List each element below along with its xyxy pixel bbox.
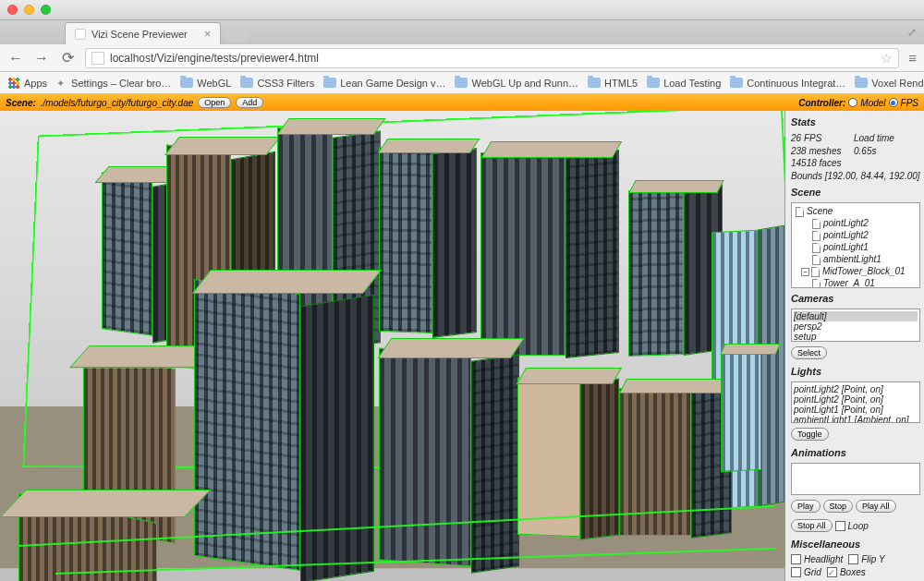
controller-model-label: Model xyxy=(860,98,885,108)
playall-button[interactable]: Play All xyxy=(856,500,896,513)
flipy-checkbox[interactable]: Flip Y xyxy=(848,554,884,564)
open-button[interactable]: Open xyxy=(198,97,231,108)
bookmark-css3[interactable]: CSS3 Filters xyxy=(240,78,314,89)
bookmark-voxel[interactable]: Voxel Rendering xyxy=(855,78,924,89)
checkbox-icon xyxy=(835,521,845,531)
misc-heading: Miscellaneous xyxy=(791,539,920,550)
stop-button[interactable]: Stop xyxy=(823,500,854,513)
forward-button[interactable]: → xyxy=(33,50,50,67)
stats-loadtime-label: Load time xyxy=(854,132,894,145)
bookmark-load[interactable]: Load Testing xyxy=(647,78,721,89)
checkbox-icon xyxy=(791,554,801,564)
document-icon xyxy=(812,219,821,229)
add-button[interactable]: Add xyxy=(236,97,263,108)
page-icon xyxy=(91,52,104,65)
tree-node[interactable]: Tower_A_01 xyxy=(794,277,918,288)
folder-icon xyxy=(240,78,253,88)
collapse-icon[interactable]: − xyxy=(801,268,809,276)
mac-titlebar xyxy=(0,0,924,20)
select-camera-button[interactable]: Select xyxy=(791,346,827,359)
bookmark-ci[interactable]: Continuous Integrat… xyxy=(730,78,845,89)
checkbox-icon xyxy=(848,554,858,564)
toggle-light-button[interactable]: Toggle xyxy=(791,428,829,441)
bookmark-lean[interactable]: Lean Game Design v… xyxy=(323,78,445,89)
browser-tab[interactable]: Vizi Scene Previewer × xyxy=(65,22,221,44)
tree-node[interactable]: ambientLight1 xyxy=(794,253,918,265)
bookmark-settings[interactable]: ✦Settings – Clear bro… xyxy=(56,78,171,89)
document-icon xyxy=(812,231,821,241)
fullscreen-icon[interactable]: ⤢ xyxy=(907,26,917,39)
minimize-window-icon[interactable] xyxy=(24,5,34,15)
browser-menu-icon[interactable]: ≡ xyxy=(908,50,917,66)
main-content: Stats 26 FPSLoad time 238 meshes0.65s 14… xyxy=(0,111,924,581)
scene-label: Scene: xyxy=(6,98,36,108)
folder-icon xyxy=(855,78,868,88)
tree-node[interactable]: pointLight2 xyxy=(794,229,918,241)
loop-checkbox[interactable]: Loop xyxy=(835,519,869,532)
camera-item[interactable]: persp2 xyxy=(794,321,918,332)
browser-toolbar: ← → ⟳ localhost/Vizi/engine/tests/previe… xyxy=(0,44,924,72)
cameras-list[interactable]: [default] persp2 setup xyxy=(791,309,920,343)
stopall-button[interactable]: Stop All xyxy=(791,519,833,532)
traffic-lights xyxy=(7,5,51,15)
inspector-panel: Stats 26 FPSLoad time 238 meshes0.65s 14… xyxy=(785,111,924,581)
tab-close-icon[interactable]: × xyxy=(204,27,212,41)
scene-toolbar: Scene: ./models/futurgo_city/futurgo_cit… xyxy=(0,94,924,111)
light-item[interactable]: pointLight2 [Point, on] xyxy=(794,384,918,394)
camera-item[interactable]: [default] xyxy=(794,311,918,321)
tab-title: Vizi Scene Previewer xyxy=(91,29,188,40)
grid-checkbox[interactable]: Grid xyxy=(791,567,821,577)
cameras-heading: Cameras xyxy=(791,293,920,304)
address-bar[interactable]: localhost/Vizi/engine/tests/previewer4.h… xyxy=(85,48,899,68)
document-icon xyxy=(812,243,821,253)
tree-node[interactable]: −MidTower_Block_01 xyxy=(794,265,918,277)
zoom-window-icon[interactable] xyxy=(41,5,51,15)
controller-label: Controller: xyxy=(798,98,845,108)
tree-node[interactable]: pointLight1 xyxy=(794,241,918,253)
camera-item[interactable]: setup xyxy=(794,332,918,342)
apps-icon xyxy=(7,77,20,90)
scene-tree[interactable]: Scene pointLight2 pointLight2 pointLight… xyxy=(791,202,920,288)
document-icon xyxy=(812,255,821,265)
browser-tabstrip: Vizi Scene Previewer × ⤢ xyxy=(0,20,924,44)
close-window-icon[interactable] xyxy=(7,5,18,15)
animations-list[interactable] xyxy=(791,463,920,495)
folder-icon xyxy=(323,78,336,88)
folder-icon xyxy=(455,78,468,88)
scene-heading: Scene xyxy=(791,187,920,198)
tree-node[interactable]: Scene xyxy=(794,205,918,217)
bookmark-star-icon[interactable]: ☆ xyxy=(881,51,893,66)
wrench-icon: ✦ xyxy=(56,78,67,89)
headlight-checkbox[interactable]: Headlight xyxy=(791,554,843,564)
url-text: localhost/Vizi/engine/tests/previewer4.h… xyxy=(110,52,319,65)
bookmark-webglup[interactable]: WebGL Up and Runn… xyxy=(455,78,578,89)
tree-node[interactable]: pointLight2 xyxy=(794,217,918,229)
bookmarks-bar: Apps ✦Settings – Clear bro… WebGL CSS3 F… xyxy=(0,72,924,94)
bookmark-apps[interactable]: Apps xyxy=(7,77,47,90)
stats-bounds: Bounds [192.00, 84.44, 192.00] xyxy=(791,170,920,183)
stats-block: 26 FPSLoad time 238 meshes0.65s 14518 fa… xyxy=(791,132,920,182)
lights-list[interactable]: pointLight2 [Point, on] pointLight2 [Poi… xyxy=(791,381,920,423)
stats-faces: 14518 faces xyxy=(791,157,920,170)
scene-path: ./models/futurgo_city/futurgo_city.dae xyxy=(41,98,193,108)
animations-heading: Animations xyxy=(791,447,920,458)
reload-button[interactable]: ⟳ xyxy=(59,49,76,67)
document-icon xyxy=(811,267,820,277)
light-item[interactable]: pointLight2 [Point, on] xyxy=(794,394,918,405)
controller-model-radio[interactable] xyxy=(848,98,857,107)
folder-icon xyxy=(180,78,193,88)
bookmark-html5[interactable]: HTML5 xyxy=(588,78,638,89)
controller-fps-label: FPS xyxy=(901,98,918,108)
checkbox-icon: ✓ xyxy=(827,567,837,577)
back-button[interactable]: ← xyxy=(7,50,24,67)
controller-fps-radio[interactable] xyxy=(889,98,898,107)
light-item[interactable]: pointLight1 [Point, on] xyxy=(794,405,918,415)
light-item[interactable]: ambientLight1 [Ambient, on] xyxy=(794,415,918,423)
boxes-checkbox[interactable]: ✓Boxes xyxy=(827,567,866,577)
viewport-3d[interactable] xyxy=(0,111,785,581)
stats-heading: Stats xyxy=(791,116,920,127)
new-tab-button[interactable] xyxy=(226,28,247,42)
bookmark-webgl[interactable]: WebGL xyxy=(180,78,231,89)
play-button[interactable]: Play xyxy=(791,500,821,513)
folder-icon xyxy=(647,78,660,88)
